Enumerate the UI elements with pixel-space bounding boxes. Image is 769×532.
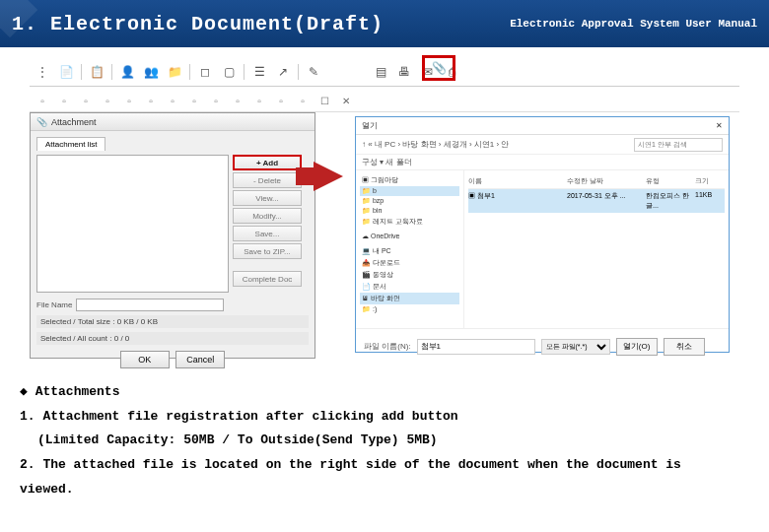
doc-icon[interactable]: 📋 [86, 63, 107, 81]
attach-toolbar-highlight: 📎 [422, 55, 455, 81]
delete-button[interactable]: - Delete [233, 172, 302, 188]
save-button[interactable]: Save... [233, 226, 302, 241]
sub-icon[interactable]: ▫ [272, 94, 290, 109]
tree-item[interactable]: 📁 bzp [360, 196, 459, 206]
tree-item[interactable]: 🎬 동영상 [360, 269, 459, 281]
clip-icon: 📎 [36, 117, 47, 127]
manual-title: Electronic Approval System User Manual [510, 18, 757, 30]
export-icon[interactable]: ↗ [272, 63, 294, 81]
doc-new-icon[interactable]: 📄 [55, 63, 77, 81]
print-icon[interactable]: 🖶 [393, 63, 415, 81]
flag-icon[interactable]: ▢ [218, 63, 240, 81]
user-icon[interactable]: 👤 [116, 63, 138, 81]
sub-icon[interactable]: ▫ [99, 94, 116, 109]
filename-input[interactable] [417, 339, 535, 355]
open-button[interactable]: 열기(O) [616, 338, 658, 356]
list-header: 이름 수정한 날짜 유형 크기 [468, 174, 725, 189]
page-header: 1. Electronic Document(Draft) Electronic… [0, 0, 769, 47]
add-button[interactable]: + Add [233, 155, 302, 170]
sub-icon[interactable]: ▫ [294, 94, 312, 109]
complete-button[interactable]: Complete Doc [233, 271, 302, 287]
sub-icon[interactable]: ▫ [34, 94, 51, 109]
tree-item[interactable]: 📁 레지트 교육자료 [360, 216, 459, 228]
folder-tree[interactable]: ▣ 그림마당 📁 b 📁 bzp 📁 bin 📁 레지트 교육자료 ☁ OneD… [356, 170, 464, 328]
attachment-dialog: 📎 Attachment Attachment list + Add - Del… [30, 112, 315, 359]
sub-icon[interactable]: ▫ [77, 94, 95, 109]
notes-heading: ◆ Attachments [20, 380, 749, 405]
count-status: Selected / All count : 0 / 0 [36, 332, 309, 345]
folder-icon[interactable]: 📁 [164, 63, 185, 81]
content-area: ⋮ 📄 📋 👤 👥 📁 ◻ ▢ ☰ ↗ ✎ 📎 ▤ 🖶 ✉ ⎙ ▫ ▫ ▫ ▫ … [0, 47, 769, 372]
sub-icon[interactable]: ▫ [229, 94, 246, 109]
page-icon[interactable]: ◻ [194, 63, 216, 81]
filename-label: 파일 이름(N): [364, 341, 411, 352]
cancel-open-button[interactable]: 취소 [664, 338, 705, 356]
tree-item[interactable]: ☁ OneDrive [360, 232, 459, 241]
attachment-list-box[interactable] [36, 155, 229, 293]
file-row[interactable]: ▣ 첨부1 2017-05-31 오후 ... 한컴오피스 한글... 11KB [468, 189, 725, 213]
notes-section: ◆ Attachments 1. Attachment file registr… [0, 372, 769, 501]
sub-icon[interactable]: ☐ [315, 94, 333, 109]
note-icon[interactable]: ✎ [303, 63, 324, 81]
tree-item[interactable]: 🖥 바탕 화면 [360, 293, 459, 304]
sub-icon[interactable]: ▫ [250, 94, 268, 109]
note-line: 2. The attached file is located on the r… [20, 453, 749, 478]
view-icon[interactable]: ▤ [370, 63, 391, 81]
tool-icon[interactable]: ⋮ [32, 63, 53, 81]
cancel-button[interactable]: Cancel [175, 351, 225, 368]
modify-button[interactable]: Modify... [233, 208, 302, 224]
sub-icon[interactable]: ▫ [164, 94, 181, 109]
tree-item[interactable]: 💻 내 PC [360, 245, 459, 257]
tree-item[interactable]: 📁 b [360, 186, 459, 196]
sub-icon[interactable]: ▫ [207, 94, 225, 109]
close-icon[interactable]: ✕ [716, 121, 723, 130]
tree-item[interactable]: 📥 다운로드 [360, 257, 459, 269]
filter-select[interactable]: 모든 파일(*.*) [541, 339, 610, 355]
note-line: 1. Attachment file registration after cl… [20, 405, 749, 430]
sub-icon[interactable]: ▫ [142, 94, 160, 109]
attachment-dialog-title: 📎 Attachment [31, 113, 315, 131]
sub-icon[interactable]: ▫ [185, 94, 203, 109]
sub-close-icon[interactable]: ✕ [337, 94, 355, 109]
page-title: 1. Electronic Document(Draft) [12, 13, 384, 35]
ok-button[interactable]: OK [120, 351, 170, 368]
main-toolbar: ⋮ 📄 📋 👤 👥 📁 ◻ ▢ ☰ ↗ ✎ 📎 ▤ 🖶 ✉ ⎙ [30, 57, 739, 87]
sub-icon[interactable]: ▫ [120, 94, 138, 109]
open-dialog-title: 열기 [362, 120, 378, 131]
list-icon[interactable]: ☰ [248, 63, 270, 81]
note-line: (Limited Capacity: 50MB / To Outside(Sen… [20, 429, 749, 453]
search-input[interactable] [634, 138, 723, 152]
breadcrumb[interactable]: ↑ « 내 PC › 바탕 화면 › 세경개 › 시연1 › 안 [362, 139, 509, 150]
view-button[interactable]: View... [233, 190, 302, 206]
note-line: viewed. [20, 478, 749, 502]
file-name-label: File Name [36, 300, 72, 309]
file-list: 이름 수정한 날짜 유형 크기 ▣ 첨부1 2017-05-31 오후 ... … [464, 170, 729, 328]
users-icon[interactable]: 👥 [140, 63, 162, 81]
zip-button[interactable]: Save to ZIP... [233, 243, 302, 259]
sub-icon[interactable]: ▫ [55, 94, 73, 109]
attach-icon[interactable]: 📎 [428, 59, 450, 77]
file-open-dialog: 열기 ✕ ↑ « 내 PC › 바탕 화면 › 세경개 › 시연1 › 안 구성… [355, 116, 730, 353]
tree-item[interactable]: 📁 :) [360, 304, 459, 314]
tree-item[interactable]: 📄 문서 [360, 281, 459, 293]
sub-toolbar: ▫ ▫ ▫ ▫ ▫ ▫ ▫ ▫ ▫ ▫ ▫ ▫ ▫ ☐ ✕ [30, 91, 739, 112]
size-status: Selected / Total size : 0 KB / 0 KB [36, 315, 309, 328]
tree-item[interactable]: ▣ 그림마당 [360, 174, 459, 186]
tree-item[interactable]: 📁 bin [360, 206, 459, 216]
file-name-input[interactable] [76, 299, 224, 311]
attachment-list-tab[interactable]: Attachment list [36, 137, 105, 151]
organize-label[interactable]: 구성 ▾ 새 폴더 [362, 157, 412, 167]
